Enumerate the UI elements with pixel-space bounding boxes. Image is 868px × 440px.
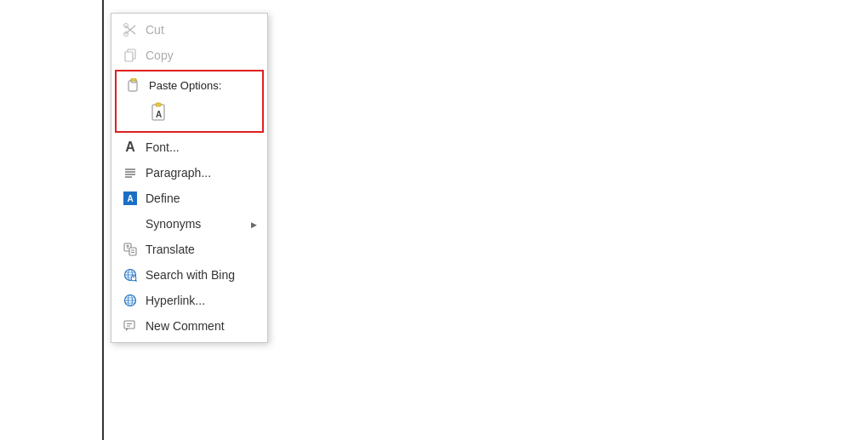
synonyms-label: Synonyms — [146, 217, 251, 231]
synonyms-arrow — [251, 220, 257, 229]
menu-item-paragraph[interactable]: Paragraph... — [111, 160, 267, 186]
new-comment-label: New Comment — [146, 319, 257, 333]
paragraph-icon — [122, 164, 139, 181]
paste-options-section: Paste Options: A — [115, 70, 264, 133]
svg-rect-35 — [124, 321, 134, 329]
svg-line-28 — [135, 280, 137, 282]
new-comment-icon — [122, 317, 139, 334]
context-menu: Cut Copy Paste Options: — [111, 13, 268, 343]
cut-label: Cut — [146, 23, 257, 37]
menu-item-synonyms[interactable]: Synonyms — [111, 211, 267, 237]
font-label: Font... — [146, 140, 257, 154]
paragraph-label: Paragraph... — [146, 166, 257, 180]
menu-item-copy[interactable]: Copy — [111, 43, 267, 68]
font-icon: A — [122, 139, 139, 156]
translate-label: Translate — [146, 243, 257, 256]
copy-icon — [122, 47, 139, 64]
menu-item-cut[interactable]: Cut — [111, 17, 267, 43]
translate-icon — [122, 241, 139, 258]
search-bing-label: Search with Bing — [146, 268, 257, 282]
cursor-line — [102, 0, 104, 440]
paste-options-icons: A — [122, 95, 257, 128]
svg-rect-19 — [129, 248, 136, 255]
svg-rect-8 — [131, 78, 136, 81]
copy-label: Copy — [146, 49, 257, 62]
paste-options-label: Paste Options: — [149, 79, 221, 92]
paste-options-header: Paste Options: — [122, 75, 257, 95]
hyperlink-label: Hyperlink... — [146, 294, 257, 307]
menu-item-new-comment[interactable]: New Comment — [111, 313, 267, 339]
svg-rect-10 — [156, 103, 161, 106]
paste-header-icon — [125, 77, 142, 94]
menu-item-search-bing[interactable]: Search with Bing — [111, 262, 267, 288]
define-icon: A — [122, 190, 139, 207]
menu-item-hyperlink[interactable]: Hyperlink... — [111, 288, 267, 313]
synonyms-icon — [122, 215, 139, 232]
paste-keep-formatting-button[interactable]: A — [147, 99, 173, 124]
define-label: Define — [146, 191, 257, 205]
menu-item-define[interactable]: A Define — [111, 186, 267, 211]
hyperlink-icon — [122, 292, 139, 309]
scissors-icon — [122, 21, 139, 38]
svg-text:A: A — [156, 110, 162, 119]
menu-item-translate[interactable]: Translate — [111, 237, 267, 262]
search-bing-icon — [122, 266, 139, 283]
svg-rect-5 — [125, 52, 133, 61]
menu-item-font[interactable]: A Font... — [111, 134, 267, 160]
